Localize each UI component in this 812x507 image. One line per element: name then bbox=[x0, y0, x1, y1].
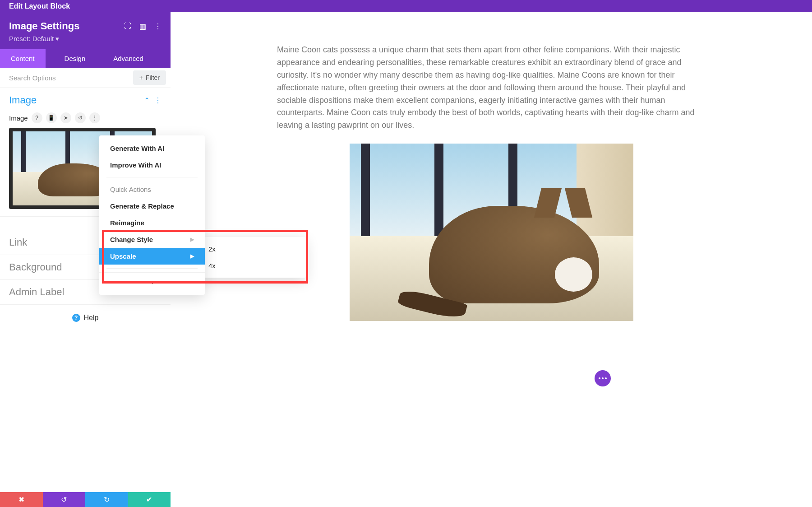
filter-button[interactable]: + Filter bbox=[133, 70, 166, 85]
topbar-title: Edit Layout Block bbox=[9, 2, 70, 10]
expand-more[interactable]: ⌄ bbox=[99, 272, 205, 290]
tabs: Content Design Advanced bbox=[0, 49, 171, 68]
redo-button[interactable]: ↻ bbox=[85, 492, 128, 507]
menu-quick-actions-label: Quick Actions bbox=[99, 181, 205, 198]
divider bbox=[106, 268, 198, 269]
plus-icon: + bbox=[139, 74, 143, 81]
expand-icon[interactable]: ⛶ bbox=[124, 22, 131, 30]
undo-button[interactable]: ↺ bbox=[43, 492, 86, 507]
menu-reimagine[interactable]: Reimagine bbox=[99, 214, 205, 231]
upscale-submenu: 2x 4x bbox=[198, 237, 306, 278]
menu-upscale[interactable]: Upscale ▶ bbox=[99, 248, 205, 265]
section-background-title: Background bbox=[9, 261, 62, 273]
menu-change-style[interactable]: Change Style ▶ bbox=[99, 231, 205, 248]
columns-icon[interactable]: ▥ bbox=[139, 22, 146, 31]
fab-more-button[interactable] bbox=[595, 370, 611, 386]
search-row: + Filter bbox=[0, 68, 171, 88]
dot-icon bbox=[602, 377, 604, 379]
image-field-label: Image bbox=[9, 114, 28, 122]
help-badge-icon: ? bbox=[72, 314, 80, 322]
tab-content[interactable]: Content bbox=[0, 49, 46, 68]
section-link-title: Link bbox=[9, 237, 27, 248]
filter-label: Filter bbox=[146, 74, 160, 81]
submenu-4x[interactable]: 4x bbox=[198, 257, 306, 274]
menu-upscale-label: Upscale bbox=[110, 252, 136, 260]
ai-dropdown: Generate With AI Improve With AI Quick A… bbox=[99, 135, 205, 295]
content-cat-image bbox=[350, 144, 633, 321]
caret-right-icon: ▶ bbox=[190, 253, 194, 259]
help-row[interactable]: ? Help bbox=[0, 305, 171, 331]
tab-advanced[interactable]: Advanced bbox=[102, 49, 154, 68]
phone-icon[interactable]: 📱 bbox=[46, 112, 57, 123]
panel-header: Image Settings ⛶ ▥ ⋮ Preset: Default ▾ bbox=[0, 12, 171, 49]
reset-icon[interactable]: ↺ bbox=[75, 112, 86, 123]
menu-improve-ai[interactable]: Improve With AI bbox=[99, 157, 205, 173]
bottom-bar: ✖ ↺ ↻ ✔ bbox=[0, 492, 171, 507]
search-input[interactable] bbox=[0, 69, 133, 87]
save-button[interactable]: ✔ bbox=[128, 492, 171, 507]
more-icon[interactable]: ⋮ bbox=[89, 112, 100, 123]
caret-right-icon: ▶ bbox=[190, 237, 194, 242]
more-icon[interactable]: ⋮ bbox=[154, 22, 161, 31]
section-image-title: Image bbox=[9, 94, 37, 106]
cancel-button[interactable]: ✖ bbox=[0, 492, 43, 507]
top-bar: Edit Layout Block bbox=[0, 0, 812, 12]
menu-generate-ai[interactable]: Generate With AI bbox=[99, 140, 205, 157]
submenu-2x[interactable]: 2x bbox=[198, 241, 306, 257]
section-image-header[interactable]: Image ⌃ ⋮ bbox=[0, 88, 171, 112]
menu-generate-replace[interactable]: Generate & Replace bbox=[99, 198, 205, 214]
help-icon[interactable]: ? bbox=[32, 112, 42, 123]
section-admin-label-title: Admin Label bbox=[9, 286, 64, 298]
dot-icon bbox=[605, 377, 607, 379]
panel-title: Image Settings bbox=[9, 20, 79, 32]
content-paragraph: Maine Coon cats possess a unique charm t… bbox=[277, 44, 706, 132]
help-label: Help bbox=[84, 314, 99, 322]
preset-selector[interactable]: Preset: Default ▾ bbox=[9, 35, 161, 43]
dot-icon bbox=[599, 377, 600, 379]
more-icon[interactable]: ⋮ bbox=[154, 96, 161, 105]
divider bbox=[106, 177, 198, 177]
menu-change-style-label: Change Style bbox=[110, 236, 153, 243]
tab-design[interactable]: Design bbox=[54, 49, 97, 68]
cursor-icon[interactable]: ➤ bbox=[60, 112, 71, 123]
chevron-up-icon[interactable]: ⌃ bbox=[144, 96, 150, 105]
